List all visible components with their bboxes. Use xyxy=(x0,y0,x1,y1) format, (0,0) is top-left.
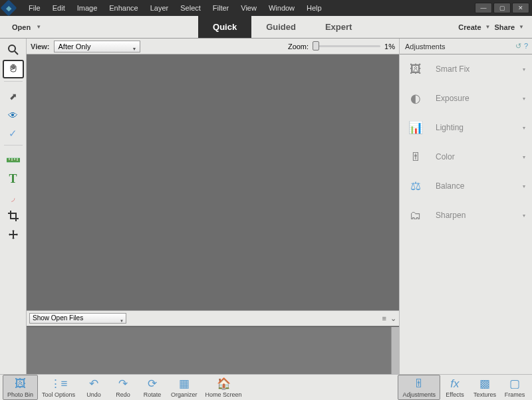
right-panel-header: Adjustments ↺ ? xyxy=(400,39,532,54)
titlebar: ◆ File Edit Image Enhance Layer Select F… xyxy=(0,0,532,16)
options-bar: View: After Only Zoom: 1% xyxy=(27,39,399,54)
zoom-value: 1% xyxy=(384,43,395,50)
bottom-frames[interactable]: ▢Frames xyxy=(500,375,529,400)
view-select[interactable]: After Only xyxy=(54,41,140,52)
photo-bin-area[interactable] xyxy=(27,326,399,374)
window-buttons: — ▢ ✕ xyxy=(475,3,529,13)
menu-edit[interactable]: Edit xyxy=(47,0,71,16)
photo-bin-icon: 🖼 xyxy=(15,377,26,391)
quick-select-tool[interactable]: ⬈ xyxy=(3,88,23,105)
share-button[interactable]: Share ▼ xyxy=(495,23,525,31)
adj-balance[interactable]: ⚖Balance▾ xyxy=(400,171,532,201)
menu-layer[interactable]: Layer xyxy=(144,0,175,16)
app-icon: ◆ xyxy=(0,0,17,17)
zoom-icon xyxy=(7,44,19,56)
adjustments-icon: 🎚 xyxy=(414,377,425,391)
chevron-down-icon: ▼ xyxy=(485,24,491,30)
bin-bar: Show Open Files ≡ ⌄ xyxy=(27,310,399,326)
create-button[interactable]: Create ▼ xyxy=(458,23,490,31)
spot-heal-tool[interactable]: ◞ xyxy=(3,189,23,206)
bin-select[interactable]: Show Open Files xyxy=(29,313,126,324)
tool-options-icon: ⋮≡ xyxy=(50,377,68,391)
crop-icon xyxy=(8,211,19,221)
chevron-down-icon: ▾ xyxy=(523,183,525,189)
smartfix-icon: 🖼 xyxy=(405,61,426,77)
open-label: Open xyxy=(12,23,31,31)
organizer-icon: ▦ xyxy=(179,377,190,391)
frames-icon: ▢ xyxy=(509,377,520,391)
maximize-button[interactable]: ▢ xyxy=(493,3,511,13)
bin-scrollbar[interactable] xyxy=(391,327,399,374)
canvas-area[interactable] xyxy=(27,54,399,310)
chevron-down-icon: ▼ xyxy=(36,24,41,30)
help-icon[interactable]: ? xyxy=(524,42,528,50)
close-button[interactable]: ✕ xyxy=(512,3,529,13)
adj-smart-fix[interactable]: 🖼Smart Fix▾ xyxy=(400,54,532,84)
modebar: Open ▼ Quick Guided Expert Create ▼ Shar… xyxy=(0,16,532,39)
hand-tool[interactable] xyxy=(3,60,24,78)
reset-icon[interactable]: ↺ xyxy=(515,42,521,50)
bottom-home-screen[interactable]: 🏠Home Screen xyxy=(201,375,246,400)
adj-color[interactable]: 🎚Color▾ xyxy=(400,142,532,171)
menu-view[interactable]: View xyxy=(235,0,263,16)
chevron-down-icon: ▾ xyxy=(523,66,525,72)
slider-thumb[interactable] xyxy=(313,41,319,50)
tab-guided[interactable]: Guided xyxy=(251,16,311,38)
workspace: ⬈ 👁 ✓ T ◞ View: After Only Zoom: 1% Show xyxy=(0,39,532,374)
menu-filter[interactable]: Filter xyxy=(207,0,235,16)
chevron-down-icon: ▼ xyxy=(519,24,524,30)
bin-collapse-icon[interactable]: ⌄ xyxy=(390,314,396,323)
crop-tool[interactable] xyxy=(3,207,23,225)
bottom-tool-options[interactable]: ⋮≡Tool Options xyxy=(38,375,79,400)
bottom-undo[interactable]: ↶Undo xyxy=(79,375,108,400)
bottom-textures[interactable]: ▩Textures xyxy=(469,375,500,400)
chevron-down-icon: ▾ xyxy=(523,96,525,102)
bottom-photo-bin[interactable]: 🖼Photo Bin xyxy=(3,375,38,400)
redo-icon: ↷ xyxy=(118,377,128,391)
bottom-adjustments[interactable]: 🎚Adjustments xyxy=(398,375,440,400)
bin-list-icon[interactable]: ≡ xyxy=(382,314,386,323)
zoom-slider[interactable] xyxy=(313,45,380,47)
tab-expert[interactable]: Expert xyxy=(311,16,366,38)
svg-rect-2 xyxy=(7,158,20,162)
bottom-effects[interactable]: fxEffects xyxy=(440,375,469,400)
straighten-icon xyxy=(7,157,20,163)
menu-file[interactable]: File xyxy=(23,0,47,16)
whiten-teeth-tool[interactable]: ✓ xyxy=(3,125,23,142)
home-icon: 🏠 xyxy=(217,377,231,391)
menu-enhance[interactable]: Enhance xyxy=(103,0,144,16)
open-button[interactable]: Open ▼ xyxy=(0,16,53,38)
menu-window[interactable]: Window xyxy=(263,0,301,16)
bottom-organizer[interactable]: ▦Organizer xyxy=(167,375,201,400)
exposure-icon: ◐ xyxy=(405,90,426,106)
tab-quick[interactable]: Quick xyxy=(198,16,251,38)
center-area: View: After Only Zoom: 1% Show Open File… xyxy=(27,39,399,374)
undo-icon: ↶ xyxy=(89,377,98,391)
tool-palette: ⬈ 👁 ✓ T ◞ xyxy=(0,39,27,374)
chevron-down-icon: ▾ xyxy=(523,154,525,160)
adj-sharpen[interactable]: 🗂Sharpen▾ xyxy=(400,201,532,230)
color-icon: 🎚 xyxy=(405,149,426,165)
straighten-tool[interactable] xyxy=(3,151,23,169)
minimize-button[interactable]: — xyxy=(475,3,492,13)
menu-image[interactable]: Image xyxy=(71,0,104,16)
hand-icon xyxy=(7,63,19,75)
right-panel: Adjustments ↺ ? 🖼Smart Fix▾ ◐Exposure▾ 📊… xyxy=(399,39,532,374)
menu-help[interactable]: Help xyxy=(301,0,328,16)
zoom-label: Zoom: xyxy=(288,43,309,50)
textures-icon: ▩ xyxy=(479,377,490,391)
type-tool[interactable]: T xyxy=(3,170,23,187)
bottom-redo[interactable]: ↷Redo xyxy=(108,375,138,400)
move-tool[interactable] xyxy=(3,226,23,243)
bottom-bar: 🖼Photo Bin ⋮≡Tool Options ↶Undo ↷Redo ⟳R… xyxy=(0,374,532,400)
lighting-icon: 📊 xyxy=(405,120,426,136)
svg-point-0 xyxy=(9,45,15,52)
chevron-down-icon: ▾ xyxy=(523,213,525,219)
menu-select[interactable]: Select xyxy=(174,0,207,16)
adj-exposure[interactable]: ◐Exposure▾ xyxy=(400,84,532,113)
zoom-tool[interactable] xyxy=(3,41,23,58)
bottom-rotate[interactable]: ⟳Rotate xyxy=(138,375,167,400)
adj-lighting[interactable]: 📊Lighting▾ xyxy=(400,113,532,142)
view-label: View: xyxy=(31,43,50,50)
eye-tool[interactable]: 👁 xyxy=(3,106,23,124)
